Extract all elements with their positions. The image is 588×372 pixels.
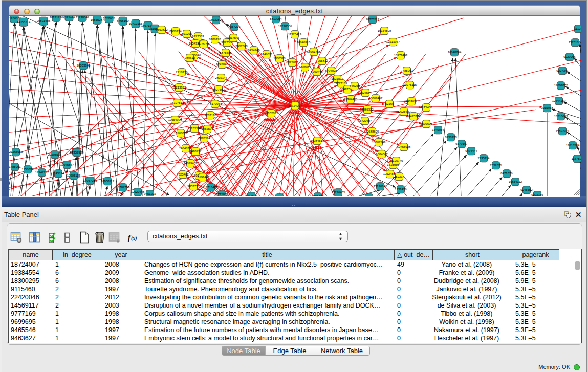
svg-text:18807249: 18807249: [372, 141, 386, 144]
svg-text:12093872: 12093872: [554, 84, 568, 87]
svg-text:20691406: 20691406: [37, 19, 51, 23]
svg-text:9327503: 9327503: [192, 35, 204, 38]
svg-text:891295: 891295: [182, 32, 192, 35]
svg-text:17359928: 17359928: [70, 151, 84, 154]
svg-text:1145194: 1145194: [53, 172, 65, 175]
svg-text:1485061: 1485061: [9, 165, 21, 168]
svg-text:7632621: 7632621: [490, 164, 502, 167]
svg-text:9242848: 9242848: [216, 63, 228, 66]
svg-text:12923448: 12923448: [131, 190, 145, 193]
svg-text:16120746: 16120746: [389, 159, 403, 162]
svg-text:15720407: 15720407: [358, 119, 372, 122]
svg-text:10025433: 10025433: [397, 110, 411, 113]
svg-text:17957253: 17957253: [83, 179, 97, 182]
svg-text:10975867: 10975867: [60, 163, 74, 166]
svg-text:19218506: 19218506: [278, 25, 292, 28]
svg-text:1588520: 1588520: [273, 57, 286, 60]
svg-text:11238642: 11238642: [76, 16, 90, 19]
svg-text:10688609: 10688609: [365, 130, 379, 133]
svg-text:9699695: 9699695: [420, 122, 432, 125]
svg-text:6466160: 6466160: [117, 19, 129, 23]
svg-text:11325419: 11325419: [288, 33, 302, 36]
svg-text:16648764: 16648764: [448, 51, 462, 54]
svg-text:8186328: 8186328: [209, 38, 221, 41]
svg-text:14099489: 14099489: [184, 162, 198, 165]
svg-text:19654939: 19654939: [168, 118, 182, 121]
svg-text:12975115: 12975115: [403, 83, 417, 86]
svg-text:8470022: 8470022: [273, 196, 286, 196]
svg-text:1156829: 1156829: [22, 168, 34, 171]
svg-text:7955812: 7955812: [316, 59, 328, 62]
svg-text:12213967: 12213967: [386, 40, 400, 43]
svg-text:16033809: 16033809: [209, 18, 223, 21]
svg-text:8938928: 8938928: [445, 136, 457, 139]
svg-text:1362615: 1362615: [299, 65, 311, 69]
svg-text:13716485: 13716485: [204, 186, 218, 189]
svg-text:8960124: 8960124: [169, 30, 182, 33]
svg-text:10756928: 10756928: [397, 145, 411, 148]
svg-text:7625402: 7625402: [177, 173, 189, 176]
svg-text:3267130: 3267130: [204, 114, 216, 117]
svg-text:21266059: 21266059: [9, 150, 23, 154]
svg-text:10655287: 10655287: [91, 18, 104, 21]
svg-text:9857771: 9857771: [187, 185, 200, 188]
svg-text:2803144: 2803144: [215, 76, 227, 79]
svg-text:7986322: 7986322: [361, 108, 374, 111]
svg-text:20206536: 20206536: [48, 153, 62, 156]
svg-text:10973493: 10973493: [394, 54, 408, 57]
svg-text:7485063: 7485063: [401, 69, 413, 72]
svg-text:18724007: 18724007: [288, 104, 302, 107]
svg-text:11353594: 11353594: [188, 127, 202, 130]
svg-text:8878334: 8878334: [198, 137, 210, 140]
svg-text:8471676: 8471676: [500, 172, 513, 175]
svg-text:16961758: 16961758: [307, 50, 321, 53]
svg-text:9451202: 9451202: [144, 192, 156, 195]
svg-text:10154808: 10154808: [378, 29, 391, 32]
svg-text:6794028: 6794028: [325, 69, 337, 72]
svg-text:989612: 989612: [185, 56, 195, 59]
svg-text:14055714: 14055714: [17, 20, 31, 24]
svg-text:10654112: 10654112: [509, 180, 522, 183]
svg-text:2935114: 2935114: [478, 157, 490, 160]
svg-text:15136141: 15136141: [374, 185, 387, 188]
svg-text:252214: 252214: [394, 175, 405, 178]
svg-text:25302035: 25302035: [265, 112, 278, 115]
svg-text:9245652: 9245652: [520, 188, 533, 191]
svg-text:8454749: 8454749: [248, 49, 260, 52]
svg-text:10807467: 10807467: [369, 97, 383, 100]
svg-text:18391236: 18391236: [50, 16, 63, 19]
svg-text:12444159: 12444159: [552, 99, 566, 102]
svg-text:6579197: 6579197: [455, 142, 468, 145]
svg-text:19384554: 19384554: [311, 139, 324, 142]
svg-text:10541202: 10541202: [362, 196, 376, 196]
svg-text:9317546: 9317546: [227, 36, 239, 39]
svg-text:9242502: 9242502: [245, 194, 257, 196]
svg-text:9232166: 9232166: [531, 193, 543, 196]
svg-text:8226058: 8226058: [198, 42, 210, 46]
svg-text:62160: 62160: [385, 102, 394, 105]
svg-text:1640954: 1640954: [432, 128, 444, 132]
svg-text:3215958: 3215958: [541, 106, 553, 110]
svg-text:2718176: 2718176: [176, 71, 188, 74]
svg-text:11124: 11124: [574, 27, 581, 30]
svg-text:12942757: 12942757: [35, 171, 49, 174]
svg-text:15751074: 15751074: [569, 41, 581, 44]
svg-text:3498222: 3498222: [189, 150, 202, 153]
svg-text:8990448: 8990448: [311, 70, 323, 73]
svg-text:7663822: 7663822: [156, 28, 168, 31]
svg-text:2967608: 2967608: [235, 45, 248, 48]
svg-text:9464152: 9464152: [63, 16, 75, 18]
svg-text:1733426: 1733426: [395, 188, 407, 191]
svg-text:15716485: 15716485: [332, 191, 345, 194]
svg-text:9115460: 9115460: [421, 106, 433, 109]
svg-text:16782759: 16782759: [116, 186, 130, 189]
svg-text:8427552: 8427552: [212, 88, 225, 91]
svg-text:9715803: 9715803: [216, 193, 228, 196]
svg-text:9227341: 9227341: [556, 69, 569, 72]
svg-text:746266: 746266: [350, 84, 360, 87]
svg-text:21364436: 21364436: [344, 98, 358, 101]
svg-text:17616504: 17616504: [566, 144, 580, 147]
svg-text:16495794: 16495794: [407, 115, 421, 118]
svg-text:7357224: 7357224: [228, 25, 241, 28]
svg-text:(x): (x): [131, 235, 137, 242]
